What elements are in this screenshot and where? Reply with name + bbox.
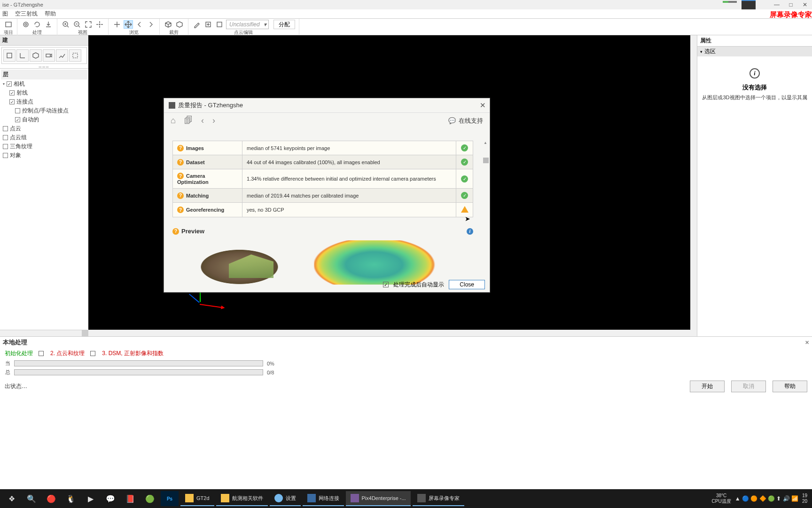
tree-checkbox[interactable]: ✓ [15,117,20,122]
home-icon[interactable]: ⌂ [171,116,176,126]
start-menu-icon[interactable]: ❖ [3,491,21,506]
minimize-button[interactable]: — [770,0,784,9]
panel-close-icon[interactable]: ✕ [805,340,809,346]
step2-checkbox[interactable] [39,351,44,356]
add-icon[interactable] [203,20,213,29]
tree-item[interactable]: ✓自动的 [1,115,87,124]
viewport-scroll-h[interactable] [88,330,697,336]
pan-icon[interactable] [112,20,122,29]
tree-checkbox[interactable] [3,126,8,131]
selection-header[interactable]: 选区 [697,47,812,56]
tree-item[interactable]: 控制点/手动连接点 [1,106,87,115]
tree-checkbox[interactable] [3,144,8,149]
color-icon[interactable] [215,20,224,29]
search-icon[interactable]: 🔍 [23,491,40,506]
forward-icon[interactable]: › [212,116,215,126]
cpu-temp: 38°C [712,493,731,499]
output-status[interactable]: 出状态… [5,382,27,390]
menu-view[interactable]: 图 [2,10,8,18]
tree-checkbox[interactable] [3,135,8,140]
tree-item[interactable]: 点云组 [1,133,87,142]
close-button[interactable]: ✕ [798,0,812,9]
help-icon[interactable]: ? [177,173,184,179]
help-icon[interactable]: ? [177,159,184,166]
taskbar-task[interactable]: GT2d [180,491,214,506]
export-icon[interactable] [44,20,53,29]
tree-item[interactable]: 点云 [1,124,87,133]
close-button[interactable]: Close [449,280,485,289]
autoshow-checkbox[interactable]: ✓ [383,282,389,287]
zoom-out-icon[interactable] [72,20,82,29]
taskbar-task[interactable]: 设置 [270,491,301,506]
cube-icon[interactable] [164,20,173,29]
edit-icon[interactable] [192,20,202,29]
dialog-titlebar[interactable]: 质量报告 - GTzhengshe ✕ [164,98,490,112]
tree-checkbox[interactable]: ✓ [9,99,15,104]
wechat-icon[interactable]: 💬 [102,491,119,506]
fit-icon[interactable] [84,20,93,29]
gear-icon[interactable] [21,20,31,29]
viewport-scroll-v[interactable] [690,35,697,330]
next-icon[interactable] [146,20,156,29]
taskbar-task[interactable]: 航测相关软件 [216,491,268,506]
app5-icon[interactable]: 🟢 [141,491,159,506]
tree-item[interactable]: 三角纹理 [1,142,87,151]
quality-report-dialog: 质量报告 - GTzhengshe ✕ ⌂ 🗐 ‹ › 💬 在线支持 ▲ ?Im… [164,98,490,293]
table-row: ?Georeferencingyes, no 3D GCP [173,203,473,217]
help-button[interactable]: 帮助 [773,381,807,392]
taskbar-task[interactable]: Pix4Denterprise -... [346,491,411,506]
tray-icons[interactable]: ▲ 🔵 🟠 🔶 🟢 ⬆ 🔊 📶 [735,495,798,502]
project-icon[interactable] [4,20,13,29]
help-icon[interactable]: ? [177,192,184,199]
taskbar-task[interactable]: 网络连接 [303,491,344,506]
reload-icon[interactable] [32,20,42,29]
help-icon[interactable]: ? [177,206,184,213]
photoshop-icon[interactable]: Ps [161,491,179,506]
start-button[interactable]: 开始 [690,381,725,392]
cube2-icon[interactable] [175,20,184,29]
maximize-button[interactable]: □ [784,0,798,9]
pdf-icon[interactable]: 🗐 [184,116,193,126]
online-support[interactable]: 💬 在线支持 [448,117,483,125]
svg-rect-10 [73,53,78,58]
zoom-in-icon[interactable] [61,20,70,29]
dialog-close-icon[interactable]: ✕ [480,101,486,110]
tree-scroll[interactable] [0,330,88,336]
tree-item[interactable]: ✓连接点 [1,97,87,106]
tree-checkbox[interactable] [15,108,20,113]
dialog-scroll[interactable]: ▲ [482,141,489,285]
app4-icon[interactable]: 📕 [121,491,139,506]
prev-icon[interactable] [135,20,144,29]
app3-icon[interactable]: ▶ [82,491,100,506]
tool-axis-icon[interactable] [16,49,29,62]
app2-icon[interactable]: 🐧 [62,491,80,506]
menu-triangulation[interactable]: 空三射线 [15,10,38,18]
tree-item[interactable]: ▾✓相机 [1,79,87,88]
tree-checkbox[interactable] [3,153,8,158]
tool-chart-icon[interactable] [56,49,68,62]
processing-panel: 本地处理 ✕ 初始化处理 2. 点云和纹理 3. DSM, 正射影像和指数 当 … [0,336,812,396]
assign-button[interactable]: 分配 [273,20,295,29]
info-icon[interactable]: i [467,228,473,235]
help-icon[interactable]: ? [177,145,184,151]
tree-item[interactable]: 对象 [1,151,87,160]
tree-checkbox[interactable]: ✓ [9,90,15,95]
app1-icon[interactable]: 🔴 [42,491,60,506]
classification-dropdown[interactable]: Unclassified [226,20,269,29]
step3-checkbox[interactable] [90,351,95,356]
tool-cube-icon[interactable] [30,49,42,62]
taskbar: ❖ 🔍 🔴 🐧 ▶ 💬 📕 🟢 Ps GT2d航测相关软件设置网络连接Pix4D… [0,489,812,508]
table-row: ?Matchingmedian of 2019.44 matches per c… [173,189,473,203]
back-icon[interactable]: ‹ [201,116,204,126]
taskbar-task[interactable]: 屏幕录像专家 [413,491,464,506]
tool-select-icon[interactable] [69,49,81,62]
cancel-button[interactable]: 取消 [731,381,766,392]
tool-rect-icon[interactable] [3,49,16,62]
center-icon[interactable] [95,20,104,29]
menu-help[interactable]: 帮助 [45,10,56,18]
tool-camera-icon[interactable] [43,49,55,62]
tree-item[interactable]: ✓射线 [1,88,87,97]
tree-checkbox[interactable]: ✓ [7,81,12,87]
move-icon[interactable] [124,20,133,29]
help-icon[interactable]: ? [172,228,179,235]
